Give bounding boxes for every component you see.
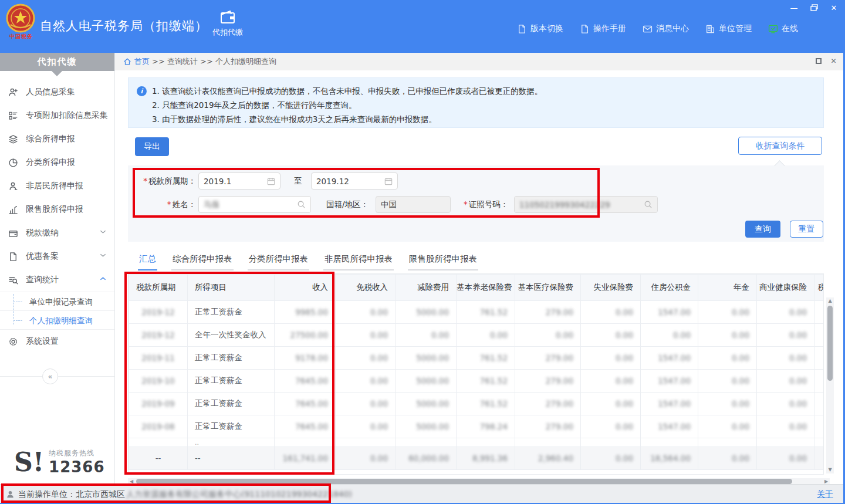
breadcrumb-home-link[interactable]: 首页 bbox=[134, 56, 150, 67]
period-from-input[interactable]: 2019.1 bbox=[198, 172, 280, 190]
tab-1[interactable]: 汇总 bbox=[138, 251, 157, 270]
document-icon bbox=[8, 251, 20, 262]
table-row[interactable]: 2019-08正常工资薪金7645.000.005000.00798.24279… bbox=[129, 415, 824, 438]
table-row[interactable]: 2019-12全年一次性奖金收入27500.000.000.000.000.00… bbox=[129, 324, 824, 347]
column-header-10: 年金 bbox=[698, 275, 757, 301]
header-tab-withholding[interactable]: 代扣代缴 bbox=[204, 9, 251, 46]
breadcrumb: 首页 >> 查询统计 >> 个人扣缴明细查询 ✕ bbox=[115, 53, 843, 70]
hotline-label: 纳税服务热线 bbox=[49, 448, 104, 458]
notice-line-3: 3. 由于数据处理的滞后性，建议您在申报成功3天之后再来查询最新的申报数据。 bbox=[152, 112, 815, 126]
id-number-input[interactable]: 110502199930422229 bbox=[514, 196, 658, 213]
search-icon[interactable] bbox=[644, 200, 653, 209]
tab-5[interactable]: 限售股所得申报表 bbox=[408, 251, 478, 270]
document-icon bbox=[580, 24, 590, 34]
home-icon bbox=[123, 57, 131, 66]
sidebar-header: 代扣代缴 bbox=[0, 53, 114, 71]
panel-close-button[interactable]: ✕ bbox=[830, 57, 837, 65]
result-table: 税款所属期所得项目收入免税收入减除费用基本养老保险费基本医疗保险费失业保险费住房… bbox=[129, 274, 824, 470]
wallet-icon bbox=[8, 228, 20, 238]
sidebar-subitem-2[interactable]: 个人扣缴明细查询 bbox=[0, 310, 114, 329]
table-row[interactable]: 2019-09正常工资薪金7645.000.005000.00761.52279… bbox=[129, 393, 824, 415]
sidebar-item-5[interactable]: 非居民所得申报 bbox=[0, 174, 114, 198]
sidebar-item-8[interactable]: 优惠备案 bbox=[0, 245, 114, 268]
name-input[interactable]: 马薇 bbox=[198, 196, 311, 213]
search-icon[interactable] bbox=[297, 200, 306, 209]
window-restore-button[interactable] bbox=[809, 2, 819, 13]
gear-icon bbox=[8, 336, 20, 347]
vertical-scrollbar[interactable]: ▲ ▼ bbox=[826, 297, 834, 473]
notice-line-1: 1. 该查询统计表仅能查询已申报成功的数据，不包含未申报、申报失败，已申报但已作… bbox=[152, 84, 815, 98]
app-header: 中国税务 自然人电子税务局（扣缴端） 代扣代缴 版本切换操作手册消息中心单位管理… bbox=[0, 0, 845, 53]
top-menu-item-3[interactable]: 消息中心 bbox=[643, 23, 689, 34]
column-header-12: 税 bbox=[814, 275, 824, 301]
collapse-filters-button[interactable]: 收折查询条件 bbox=[738, 137, 822, 155]
table-row[interactable]: 2019-10正常工资薪金7645.000.005000.00761.52279… bbox=[129, 370, 824, 393]
result-table-wrap: 税款所属期所得项目收入免税收入减除费用基本养老保险费基本医疗保险费失业保险费住房… bbox=[128, 273, 824, 475]
nationality-label: 国籍/地区： bbox=[326, 199, 369, 210]
sidebar-item-7[interactable]: 税款缴纳 bbox=[0, 221, 114, 245]
sidebar-item-2[interactable]: 专项附加扣除信息采集 bbox=[0, 104, 114, 127]
sidebar: 代扣代缴 人员信息采集 专项附加扣除信息采集 综合所得申报 分类所得申报 非居民 bbox=[0, 53, 115, 484]
reset-button[interactable]: 重置 bbox=[790, 221, 823, 238]
sidebar-item-3[interactable]: 综合所得申报 bbox=[0, 127, 114, 151]
sidebar-subitem-1[interactable]: 单位申报记录查询 bbox=[0, 292, 114, 310]
tab-3[interactable]: 分类所得申报表 bbox=[248, 251, 310, 270]
nationality-input[interactable]: 中国 bbox=[376, 196, 451, 213]
period-to-input[interactable]: 2019.12 bbox=[311, 172, 398, 190]
mail-icon bbox=[643, 24, 653, 34]
sidebar-menu: 人员信息采集 专项附加扣除信息采集 综合所得申报 分类所得申报 非居民所得申报 bbox=[0, 80, 114, 353]
tab-2[interactable]: 综合所得申报表 bbox=[171, 251, 234, 270]
sidebar-header-caret bbox=[52, 71, 62, 76]
about-link[interactable]: 关于 bbox=[817, 489, 833, 499]
calendar-icon bbox=[384, 177, 393, 185]
table-partial-row: .. bbox=[129, 438, 824, 447]
export-button[interactable]: 导出 bbox=[135, 137, 169, 156]
current-unit-name-blurred: 人力资源服务有限公司服务中心(91110102199304221840) bbox=[126, 489, 352, 500]
top-menu-item-2[interactable]: 操作手册 bbox=[580, 23, 626, 34]
filter-panel: *税款所属期： 2019.1 至 2019.12 *姓名： 马薇 国籍/地区： … bbox=[128, 165, 824, 242]
panel-maximize-button[interactable] bbox=[816, 58, 822, 64]
sidebar-item-1[interactable]: 人员信息采集 bbox=[0, 80, 114, 104]
sidebar-item-9[interactable]: 查询统计 bbox=[0, 268, 114, 292]
scroll-right-arrow[interactable]: ▶ bbox=[823, 479, 830, 484]
horizontal-scrollbar-thumb[interactable] bbox=[136, 479, 792, 484]
period-to-label: 至 bbox=[294, 176, 302, 187]
scroll-up-arrow[interactable]: ▲ bbox=[826, 297, 834, 305]
pie-chart-icon bbox=[8, 157, 20, 168]
query-button[interactable]: 查询 bbox=[745, 221, 780, 238]
sidebar-item-10[interactable]: 系统设置 bbox=[0, 330, 114, 353]
breadcrumb-path: >> 查询统计 >> 个人扣缴明细查询 bbox=[152, 56, 276, 67]
user-icon bbox=[6, 490, 15, 499]
table-total-row[interactable]: ----161,741.000.0060,000.008,991.362,960… bbox=[129, 447, 824, 470]
document-icon bbox=[517, 24, 527, 34]
bar-chart-icon bbox=[8, 204, 20, 215]
main-panel: 首页 >> 查询统计 >> 个人扣缴明细查询 ✕ i 1. 该查询统计表仅能查询… bbox=[115, 53, 843, 484]
column-header-8: 失业保险费 bbox=[581, 275, 641, 301]
emblem-caption: 中国税务 bbox=[6, 33, 36, 40]
scroll-down-arrow[interactable]: ▼ bbox=[826, 466, 834, 473]
tax-bureau-emblem-logo: 中国税务 bbox=[6, 4, 36, 45]
sidebar-collapse-button[interactable]: « bbox=[42, 368, 58, 384]
top-menu-item-1[interactable]: 版本切换 bbox=[517, 23, 563, 34]
wallet-icon bbox=[219, 9, 236, 25]
tab-4[interactable]: 非居民所得申报表 bbox=[323, 251, 394, 270]
status-bar: 当前操作单位：北京市西城区 人力资源服务有限公司服务中心(91110102199… bbox=[0, 484, 845, 504]
sidebar-item-4[interactable]: 分类所得申报 bbox=[0, 151, 114, 174]
top-menu-item-5[interactable]: 在线 bbox=[768, 23, 798, 34]
person-add-icon bbox=[8, 87, 20, 97]
scroll-left-arrow[interactable]: ◀ bbox=[128, 479, 135, 484]
table-row[interactable]: 2019-12正常工资薪金9985.000.005000.00761.52279… bbox=[129, 301, 824, 324]
notice-box: i 1. 该查询统计表仅能查询已申报成功的数据，不包含未申报、申报失败，已申报但… bbox=[128, 77, 824, 128]
hotline-number: 12366 bbox=[49, 458, 104, 476]
sidebar-item-6[interactable]: 限售股所得申报 bbox=[0, 198, 114, 221]
hotline-logo: S! 纳税服务热线 12366 bbox=[14, 448, 105, 476]
vertical-scrollbar-thumb[interactable] bbox=[827, 306, 833, 381]
window-close-button[interactable]: ✕ bbox=[829, 2, 839, 13]
name-label: *姓名： bbox=[167, 199, 196, 210]
chevron-down-icon bbox=[100, 253, 106, 258]
table-row[interactable]: 2019-11正常工资薪金9178.000.005000.00761.52279… bbox=[129, 347, 824, 370]
window-controls: — ✕ bbox=[789, 2, 839, 13]
column-header-1: 税款所属期 bbox=[129, 275, 188, 301]
window-minimize-button[interactable]: — bbox=[789, 2, 799, 13]
top-menu-item-4[interactable]: 单位管理 bbox=[705, 23, 752, 34]
